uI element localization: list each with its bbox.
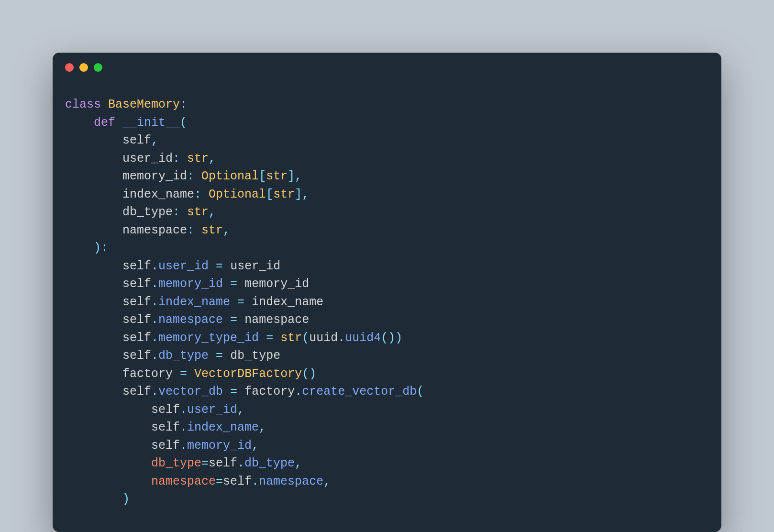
var-index-name: index_name bbox=[252, 295, 323, 309]
self-ref: self bbox=[122, 313, 151, 327]
punct-colon: : bbox=[187, 223, 194, 237]
type-str: str bbox=[187, 152, 209, 166]
punct-dot: . bbox=[252, 475, 259, 488]
attr-db-type: db_type bbox=[158, 349, 209, 363]
var-db-type: db_type bbox=[230, 349, 280, 363]
var-factory: factory bbox=[122, 367, 173, 381]
attr-vector-db: vector_db bbox=[158, 385, 223, 399]
op-assign: = bbox=[180, 367, 187, 381]
punct-dot: . bbox=[151, 385, 158, 399]
punct-paren-open: ( bbox=[302, 367, 309, 381]
punct-colon: : bbox=[187, 169, 194, 183]
param-self: self bbox=[122, 133, 151, 147]
op-assign: = bbox=[237, 295, 244, 309]
self-ref: self bbox=[122, 259, 151, 273]
close-window-button[interactable] bbox=[65, 63, 74, 72]
class-name: BaseMemory bbox=[108, 98, 180, 111]
punct-paren-close: ) bbox=[395, 331, 402, 345]
call-create-vector-db: create_vector_db bbox=[302, 385, 417, 399]
type-optional: Optional bbox=[201, 169, 259, 183]
self-ref: self bbox=[223, 475, 252, 488]
punct-comma: , bbox=[223, 223, 230, 237]
punct-comma: , bbox=[209, 152, 216, 166]
module-uuid: uuid bbox=[309, 331, 338, 345]
type-str: str bbox=[201, 223, 223, 237]
punct-comma: , bbox=[295, 169, 302, 183]
self-ref: self bbox=[209, 456, 237, 470]
editor-window: class BaseMemory: def __init__( self, us… bbox=[53, 53, 721, 532]
kwarg-db-type: db_type bbox=[151, 456, 201, 470]
attr-user-id: user_id bbox=[187, 403, 237, 417]
punct-dot: . bbox=[151, 313, 158, 327]
var-memory-id: memory_id bbox=[244, 277, 309, 291]
op-assign: = bbox=[230, 277, 237, 291]
punct-paren-open: ( bbox=[417, 385, 424, 399]
call-uuid4: uuid4 bbox=[345, 331, 381, 345]
punct-paren-close: ) bbox=[122, 492, 130, 506]
attr-memory-id: memory_id bbox=[158, 277, 223, 291]
punct-comma: , bbox=[295, 456, 302, 470]
punct-dot: . bbox=[151, 331, 158, 345]
punct-dot: . bbox=[151, 277, 158, 291]
minimize-window-button[interactable] bbox=[79, 63, 88, 72]
punct-bracket: [ bbox=[259, 169, 266, 183]
zoom-window-button[interactable] bbox=[94, 63, 102, 72]
class-vectordbfactory: VectorDBFactory bbox=[194, 367, 302, 381]
attr-db-type: db_type bbox=[244, 456, 295, 470]
punct-colon: : bbox=[180, 98, 187, 111]
attr-index-name: index_name bbox=[158, 295, 230, 309]
param-user-id: user_id bbox=[122, 152, 173, 166]
type-str: str bbox=[273, 188, 295, 201]
keyword-class: class bbox=[65, 98, 101, 111]
punct-paren-close: ) bbox=[388, 331, 395, 345]
punct-dot: . bbox=[180, 403, 187, 417]
punct-comma: , bbox=[302, 188, 309, 201]
param-namespace: namespace bbox=[122, 223, 187, 237]
punct-comma: , bbox=[259, 421, 266, 434]
code-editor[interactable]: class BaseMemory: def __init__( self, us… bbox=[53, 77, 721, 521]
punct-dot: . bbox=[180, 439, 187, 453]
punct-bracket: [ bbox=[266, 188, 273, 201]
var-user-id: user_id bbox=[230, 259, 280, 273]
attr-namespace: namespace bbox=[158, 313, 223, 327]
op-assign: = bbox=[266, 331, 273, 345]
attr-index-name: index_name bbox=[187, 421, 259, 434]
kwarg-namespace: namespace bbox=[151, 475, 216, 488]
punct-paren-close: ) bbox=[309, 367, 316, 381]
self-ref: self bbox=[122, 295, 151, 309]
self-ref: self bbox=[122, 277, 151, 291]
op-assign: = bbox=[216, 475, 223, 488]
punct-paren-open: ( bbox=[180, 116, 187, 130]
attr-memory-id: memory_id bbox=[187, 439, 252, 453]
function-name-init: __init__ bbox=[122, 116, 180, 130]
punct-bracket: ] bbox=[287, 169, 295, 183]
param-memory-id: memory_id bbox=[122, 169, 187, 183]
op-assign: = bbox=[230, 385, 237, 399]
self-ref: self bbox=[151, 403, 180, 417]
punct-colon: : bbox=[173, 152, 180, 166]
self-ref: self bbox=[151, 421, 180, 434]
punct-dot: . bbox=[151, 349, 158, 363]
op-assign: = bbox=[201, 456, 209, 470]
punct-comma: , bbox=[209, 205, 216, 219]
punct-colon: : bbox=[173, 205, 180, 219]
punct-colon: : bbox=[101, 241, 108, 255]
punct-dot: . bbox=[338, 331, 345, 345]
keyword-def: def bbox=[94, 116, 115, 130]
window-titlebar bbox=[53, 53, 721, 77]
op-assign: = bbox=[230, 313, 237, 327]
punct-paren-open: ( bbox=[302, 331, 309, 345]
type-optional: Optional bbox=[209, 188, 266, 201]
attr-memory-type-id: memory_type_id bbox=[158, 331, 259, 345]
punct-dot: . bbox=[151, 295, 158, 309]
punct-comma: , bbox=[237, 403, 244, 417]
attr-namespace: namespace bbox=[259, 475, 323, 488]
self-ref: self bbox=[122, 331, 151, 345]
punct-comma: , bbox=[252, 439, 259, 453]
punct-dot: . bbox=[151, 259, 158, 273]
attr-user-id: user_id bbox=[158, 259, 209, 273]
punct-dot: . bbox=[237, 456, 244, 470]
type-str: str bbox=[187, 205, 209, 219]
punct-paren-open: ( bbox=[381, 331, 388, 345]
op-assign: = bbox=[216, 349, 223, 363]
